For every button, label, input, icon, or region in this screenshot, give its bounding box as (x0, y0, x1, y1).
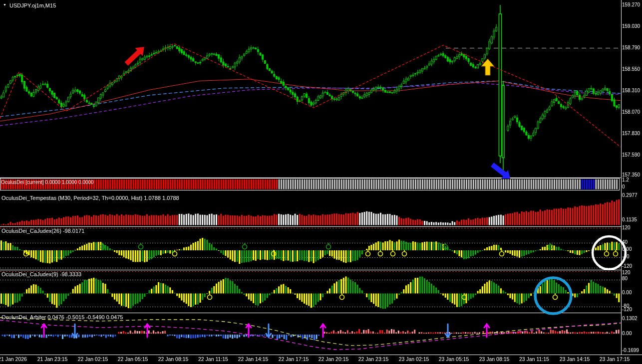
indicator-scale-label: 0.1135 (622, 217, 637, 223)
indicator-label-cajudex9: OculusDei_CaJudex(9) -98.3333 (1, 271, 81, 277)
blue-circle-annotation[interactable] (533, 276, 573, 316)
indicator-scale-label: 0.2977 (622, 192, 638, 198)
indicator-scale-label: 0.1302 (622, 316, 638, 322)
indicator-scale-label: 80 (622, 276, 628, 282)
time-axis-label: 23 Jan 17:15 (600, 356, 630, 362)
indicator-scale-label: 0 (622, 184, 625, 190)
indicator-scale-label: 120 (622, 270, 631, 276)
spike-up-arrow-annotation[interactable] (480, 59, 495, 76)
time-axis-label: 22 Jan 23:15 (358, 356, 389, 362)
price-axis-label: 159.030 (622, 23, 640, 29)
indicator-label-tempestas: OculusDei_Tempestas (M30, Period=32, Th=… (1, 195, 179, 201)
indicator-label-current: OculusDei [current] 0.0000 1.0000 0.0000 (1, 180, 94, 185)
indicator-scale-label: -120 (622, 263, 632, 269)
price-axis-label: 157.590 (622, 152, 640, 158)
symbol-title: ▼ USDJPY.oj1m,M15 (3, 2, 56, 8)
time-axis-label: 22 Jan 05:15 (118, 356, 148, 362)
indicator-scale-label: -40 (622, 254, 629, 260)
trend-up-arrow-annotation[interactable] (123, 45, 145, 66)
indicator-scale-label: 1.2 (622, 177, 629, 183)
time-axis-label: 23 Jan 14:15 (560, 356, 590, 362)
price-axis-label: 158.310 (622, 88, 640, 94)
indicator-scale-label: 0.00 (622, 290, 632, 296)
time-axis-label: 21 Jan 23:15 (37, 356, 68, 362)
time-axis-label: 23 Jan 05:15 (439, 356, 469, 362)
indicator-scale-label: 120 (622, 225, 631, 231)
symbol-title-label: USDJPY.oj1m,M15 (9, 2, 56, 8)
indicator-scale-label: 0.00 (622, 331, 632, 337)
symbol-dropdown-icon[interactable]: ▼ (3, 2, 6, 8)
indicator-label-arbiter: OculusDei_Arbiter 0.0476 -0.5015 -0.5490… (1, 314, 123, 320)
price-axis-label: 158.790 (622, 45, 640, 51)
time-axis-label: 22 Jan 08:15 (158, 356, 189, 362)
indicator-scale-label: -0.1699 (622, 348, 639, 354)
time-axis-label: 22 Jan 11:15 (198, 356, 228, 362)
time-axis-label: 23 Jan 02:15 (399, 356, 429, 362)
price-axis-label: 158.070 (622, 109, 640, 115)
time-axis-label: 23 Jan 08:15 (479, 356, 510, 362)
time-axis-label: 22 Jan 14:15 (238, 356, 269, 362)
time-axis-label: 22 Jan 02:15 (78, 356, 108, 362)
spike-down-arrow-annotation[interactable] (490, 163, 511, 181)
time-axis-label: 22 Jan 17:15 (279, 356, 309, 362)
price-axis-label: 159.270 (622, 2, 640, 8)
indicator-scale-label: 0.00 (622, 246, 632, 252)
indicator-label-cajudex26: OculusDei_CaJudex(26) -98.0171 (1, 228, 84, 234)
price-axis-label: 157.830 (622, 131, 640, 137)
indicator-scale-label: -120 (622, 307, 632, 313)
time-axis-label: 22 Jan 20:15 (319, 356, 349, 362)
time-axis-label: 23 Jan 11:15 (519, 356, 549, 362)
price-axis-label: 158.550 (622, 66, 640, 72)
time-axis-label: 21 Jan 2026 (0, 356, 27, 362)
indicator-scale-label: 40 (622, 239, 628, 245)
